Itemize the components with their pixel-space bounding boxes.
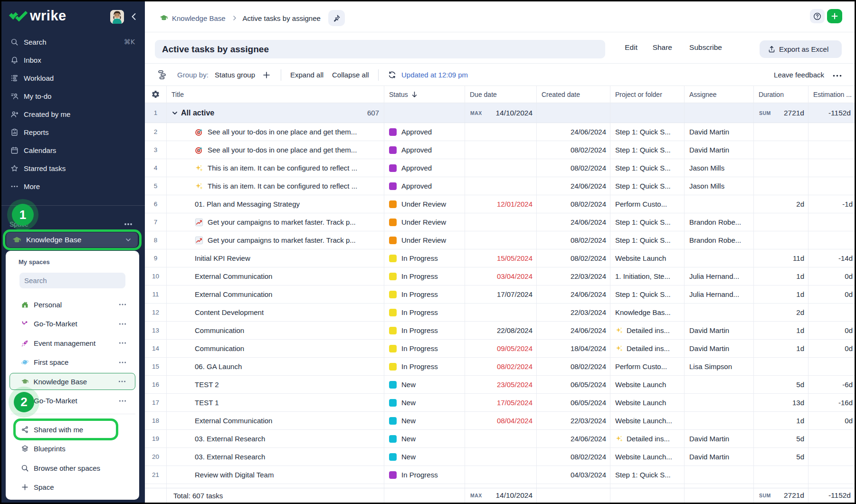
panel-link-browse-other-spaces[interactable]: Browse other spaces	[10, 458, 135, 478]
estimation-cell[interactable]	[808, 430, 855, 447]
due-date-cell[interactable]	[465, 177, 537, 195]
project-cell[interactable]: Website Launch	[610, 394, 685, 411]
project-cell[interactable]: Step 1: Quick S...	[610, 231, 685, 249]
estimation-cell[interactable]: 0d	[808, 285, 855, 303]
project-cell[interactable]: Detailed ins...	[610, 340, 685, 357]
project-cell[interactable]: Website Launch	[610, 249, 685, 267]
task-title[interactable]: 03. External Research	[195, 435, 265, 443]
duration-cell[interactable]	[754, 177, 808, 195]
task-title[interactable]: Communication	[195, 326, 244, 334]
column-header-title[interactable]: Title	[171, 91, 184, 98]
collapse-all-button[interactable]: Collapse all	[332, 71, 369, 79]
due-date-cell[interactable]	[465, 448, 537, 466]
created-date-cell[interactable]: 08/02/2024	[537, 231, 610, 249]
estimation-cell[interactable]	[808, 141, 855, 159]
due-date-cell[interactable]: 17/07/2024	[465, 285, 537, 303]
help-button[interactable]	[810, 9, 825, 23]
estimation-cell[interactable]	[808, 466, 855, 484]
refresh-icon[interactable]	[388, 70, 397, 79]
project-cell[interactable]: Step 1: Quick S...	[610, 285, 685, 303]
duration-cell[interactable]: 1d	[754, 412, 808, 429]
status-cell[interactable]: In Progress	[384, 304, 465, 321]
space-menu-icon[interactable]	[124, 219, 133, 229]
expand-all-button[interactable]: Expand all	[290, 71, 323, 79]
status-cell[interactable]: Under Review	[384, 213, 465, 231]
export-excel-button[interactable]: Export as Excel	[760, 40, 842, 58]
column-header-created-date[interactable]: Created date	[542, 91, 580, 98]
estimation-cell[interactable]	[808, 159, 855, 177]
group-by-value[interactable]: Status group	[215, 71, 255, 79]
sidebar-item-created-by-me[interactable]: Created by me	[1, 105, 145, 123]
assignee-cell[interactable]	[685, 466, 754, 484]
assignee-cell[interactable]	[685, 376, 754, 393]
duration-cell[interactable]	[754, 231, 808, 249]
due-date-cell[interactable]: 23/05/2024	[465, 376, 537, 393]
status-cell[interactable]: Under Review	[384, 195, 465, 213]
due-date-cell[interactable]	[465, 231, 537, 249]
status-cell[interactable]: In Progress	[384, 267, 465, 285]
created-date-cell[interactable]: 06/05/2024	[537, 376, 610, 393]
estimation-cell[interactable]: 0d	[808, 322, 855, 339]
view-title-input[interactable]: Active tasks by assignee	[155, 40, 605, 58]
sidebar-collapse-icon[interactable]	[129, 12, 139, 21]
project-cell[interactable]: Step 1: Quick S...	[610, 466, 685, 484]
space-item-go-to-market[interactable]: Go-To-Market	[10, 315, 135, 333]
task-row-19[interactable]: 1903. External ResearchNew24/06/2024Deta…	[145, 430, 855, 448]
assignee-cell[interactable]: David Martin	[685, 141, 754, 159]
status-cell[interactable]: New	[384, 412, 465, 429]
due-date-cell[interactable]: 08/04/2024	[465, 412, 537, 429]
project-cell[interactable]: Detailed ins...	[610, 430, 685, 447]
due-date-cell[interactable]: 22/08/2024	[465, 322, 537, 339]
duration-cell[interactable]	[754, 159, 808, 177]
created-date-cell[interactable]: 08/02/2024	[537, 249, 610, 267]
task-title[interactable]: Review with Digital Team	[195, 471, 274, 479]
duration-cell[interactable]: 13d	[754, 394, 808, 411]
estimation-cell[interactable]: 0d	[808, 340, 855, 357]
task-title[interactable]: External Communication	[195, 272, 272, 280]
duration-cell[interactable]	[754, 123, 808, 141]
estimation-cell[interactable]: -14d	[808, 249, 855, 267]
project-cell[interactable]: Step 1: Quick S...	[610, 141, 685, 159]
assignee-cell[interactable]	[685, 394, 754, 411]
duration-cell[interactable]	[754, 466, 808, 484]
task-row-9[interactable]: 9Initial KPI ReviewIn Progress15/05/2024…	[145, 249, 855, 267]
estimation-cell[interactable]: 0d	[808, 267, 855, 285]
task-row-17[interactable]: 17TEST 1New17/05/202406/05/2024Website L…	[145, 394, 855, 412]
created-date-cell[interactable]: 08/02/2024	[537, 448, 610, 466]
collapse-group-icon[interactable]	[171, 110, 178, 116]
project-cell[interactable]: Perform Custo...	[610, 358, 685, 375]
task-row-13[interactable]: 13CommunicationIn Progress22/08/202424/0…	[145, 322, 855, 340]
space-item-menu-icon[interactable]	[118, 358, 127, 367]
project-cell[interactable]: Website Launch...	[610, 412, 685, 429]
estimation-cell[interactable]	[808, 177, 855, 195]
status-cell[interactable]: Approved	[384, 141, 465, 159]
task-title[interactable]: External Communication	[195, 290, 272, 298]
due-date-cell[interactable]	[465, 466, 537, 484]
status-cell[interactable]: In Progress	[384, 249, 465, 267]
estimation-cell[interactable]: -6d	[808, 376, 855, 393]
task-title[interactable]: 03. External Research	[195, 453, 265, 461]
estimation-cell[interactable]	[808, 231, 855, 249]
task-row-16[interactable]: 16TEST 2New23/05/202406/05/2024Website L…	[145, 376, 855, 394]
estimation-cell[interactable]	[808, 358, 855, 375]
task-row-4[interactable]: 4This is an item. It can be configured t…	[145, 159, 855, 177]
panel-link-space[interactable]: Space	[10, 478, 135, 497]
due-date-cell[interactable]: 09/05/2024	[465, 340, 537, 357]
due-date-cell[interactable]	[465, 430, 537, 447]
column-header-project[interactable]: Project or folder	[615, 91, 662, 98]
spaces-search-input[interactable]: Search	[19, 273, 125, 288]
space-item-menu-icon[interactable]	[118, 320, 127, 328]
status-cell[interactable]: Under Review	[384, 231, 465, 249]
column-header-assignee[interactable]: Assignee	[689, 91, 717, 98]
column-header-duration[interactable]: Duration	[759, 91, 784, 98]
assignee-cell[interactable]: David Martin	[685, 430, 754, 447]
created-date-cell[interactable]: 08/02/2024	[537, 141, 610, 159]
table-settings-gear-icon[interactable]	[145, 86, 167, 103]
assignee-cell[interactable]: Julia Hernand...	[685, 285, 754, 303]
create-new-button[interactable]	[827, 9, 842, 23]
task-row-11[interactable]: 11External CommunicationIn Progress17/07…	[145, 285, 855, 304]
due-date-cell[interactable]	[465, 159, 537, 177]
space-item-event-management[interactable]: Event management	[10, 334, 135, 352]
status-cell[interactable]: In Progress	[384, 322, 465, 339]
duration-cell[interactable]: 5d	[754, 430, 808, 447]
